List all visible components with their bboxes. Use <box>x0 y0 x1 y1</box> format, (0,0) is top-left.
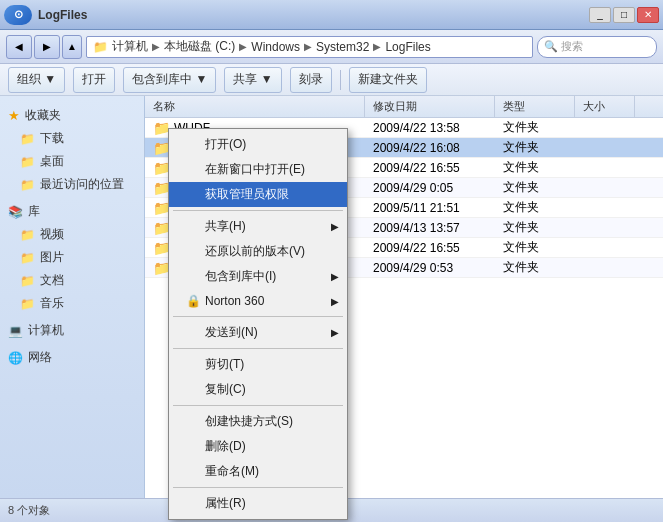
address-path[interactable]: 📁 计算机 ▶ 本地磁盘 (C:) ▶ Windows ▶ System32 ▶… <box>86 36 533 58</box>
menu-icon-7 <box>185 325 201 341</box>
search-box[interactable]: 🔍 搜索 <box>537 36 657 58</box>
sidebar-item-docs[interactable]: 📁 文档 <box>0 269 144 292</box>
sidebar-network-label: 网络 <box>28 349 52 366</box>
favorites-label: 收藏夹 <box>25 107 61 124</box>
sep3: ▶ <box>304 41 312 52</box>
context-menu-item-11[interactable]: 删除(D) <box>169 434 347 459</box>
library-icon: 📚 <box>8 205 23 219</box>
menu-item-label: Norton 360 <box>205 294 264 308</box>
path-computer: 计算机 <box>112 38 148 55</box>
file-cell-type: 文件夹 <box>495 259 575 276</box>
sidebar-item-desktop[interactable]: 📁 桌面 <box>0 150 144 173</box>
col-header-type[interactable]: 类型 <box>495 96 575 117</box>
file-cell-date: 2009/5/11 21:51 <box>365 201 495 215</box>
menu-item-label: 属性(R) <box>205 495 246 512</box>
sidebar-recent-label: 最近访问的位置 <box>40 176 124 193</box>
burn-button[interactable]: 刻录 <box>290 67 332 93</box>
file-cell-date: 2009/4/29 0:05 <box>365 181 495 195</box>
menu-icon-1 <box>185 162 201 178</box>
window-title: LogFiles <box>38 8 583 22</box>
organize-button[interactable]: 组织 ▼ <box>8 67 65 93</box>
menu-item-label: 重命名(M) <box>205 463 259 480</box>
context-menu-item-3[interactable]: 共享(H)▶ <box>169 214 347 239</box>
context-menu-item-10[interactable]: 创建快捷方式(S) <box>169 409 347 434</box>
file-cell-date: 2009/4/22 16:55 <box>365 241 495 255</box>
address-bar: ◀ ▶ ▲ 📁 计算机 ▶ 本地磁盘 (C:) ▶ Windows ▶ Syst… <box>0 30 663 64</box>
sidebar: ★ 收藏夹 📁 下载 📁 桌面 📁 最近访问的位置 📚 库 📁 <box>0 96 145 498</box>
forward-button[interactable]: ▶ <box>34 35 60 59</box>
network-icon: 🌐 <box>8 351 23 365</box>
context-menu-item-8[interactable]: 剪切(T) <box>169 352 347 377</box>
menu-item-label: 复制(C) <box>205 381 246 398</box>
sidebar-item-music[interactable]: 📁 音乐 <box>0 292 144 315</box>
nav-buttons: ◀ ▶ ▲ <box>6 35 82 59</box>
context-menu-item-7[interactable]: 发送到(N)▶ <box>169 320 347 345</box>
maximize-button[interactable]: □ <box>613 7 635 23</box>
path-windows: Windows <box>251 40 300 54</box>
menu-item-label: 创建快捷方式(S) <box>205 413 293 430</box>
context-menu-item-2[interactable]: 获取管理员权限 <box>169 182 347 207</box>
sidebar-item-video[interactable]: 📁 视频 <box>0 223 144 246</box>
file-list-header: 名称 修改日期 类型 大小 <box>145 96 663 118</box>
toolbar-separator <box>340 70 341 90</box>
sidebar-docs-label: 文档 <box>40 272 64 289</box>
menu-icon-9 <box>185 382 201 398</box>
menu-icon-11 <box>185 439 201 455</box>
submenu-arrow: ▶ <box>331 271 339 282</box>
col-header-name[interactable]: 名称 <box>145 96 365 117</box>
col-header-size[interactable]: 大小 <box>575 96 635 117</box>
menu-icon-3 <box>185 219 201 235</box>
file-cell-type: 文件夹 <box>495 199 575 216</box>
path-icon: 📁 <box>93 40 108 54</box>
back-button[interactable]: ◀ <box>6 35 32 59</box>
context-menu-item-6[interactable]: 🔒Norton 360▶ <box>169 289 347 313</box>
libraries-label: 库 <box>28 203 40 220</box>
include-library-button[interactable]: 包含到库中 ▼ <box>123 67 216 93</box>
context-menu-item-13[interactable]: 属性(R) <box>169 491 347 516</box>
submenu-arrow: ▶ <box>331 327 339 338</box>
folder-icon-docs: 📁 <box>20 274 35 288</box>
menu-separator <box>173 487 343 488</box>
close-button[interactable]: ✕ <box>637 7 659 23</box>
share-button[interactable]: 共享 ▼ <box>224 67 281 93</box>
menu-item-label: 获取管理员权限 <box>205 186 289 203</box>
up-button[interactable]: ▲ <box>62 35 82 59</box>
window-controls: _ □ ✕ <box>589 7 659 23</box>
menu-item-label: 剪切(T) <box>205 356 244 373</box>
context-menu-item-5[interactable]: 包含到库中(I)▶ <box>169 264 347 289</box>
context-menu-item-12[interactable]: 重命名(M) <box>169 459 347 484</box>
file-cell-date: 2009/4/22 13:58 <box>365 121 495 135</box>
sidebar-favorites-header: ★ 收藏夹 <box>0 104 144 127</box>
menu-item-label: 打开(O) <box>205 136 246 153</box>
file-cell-type: 文件夹 <box>495 219 575 236</box>
context-menu-item-1[interactable]: 在新窗口中打开(E) <box>169 157 347 182</box>
sidebar-desktop-label: 桌面 <box>40 153 64 170</box>
sidebar-libraries-header: 📚 库 <box>0 200 144 223</box>
menu-item-label: 在新窗口中打开(E) <box>205 161 305 178</box>
sidebar-item-network[interactable]: 🌐 网络 <box>0 346 144 369</box>
col-header-date[interactable]: 修改日期 <box>365 96 495 117</box>
file-cell-type: 文件夹 <box>495 159 575 176</box>
menu-icon-2 <box>185 187 201 203</box>
context-menu-item-9[interactable]: 复制(C) <box>169 377 347 402</box>
open-button[interactable]: 打开 <box>73 67 115 93</box>
context-menu: 打开(O)在新窗口中打开(E)获取管理员权限共享(H)▶还原以前的版本(V)包含… <box>168 128 348 520</box>
submenu-arrow: ▶ <box>331 221 339 232</box>
sidebar-item-computer[interactable]: 💻 计算机 <box>0 319 144 342</box>
sidebar-item-download[interactable]: 📁 下载 <box>0 127 144 150</box>
submenu-arrow: ▶ <box>331 296 339 307</box>
menu-icon-13 <box>185 496 201 512</box>
title-bar: ⊙ LogFiles _ □ ✕ <box>0 0 663 30</box>
new-folder-button[interactable]: 新建文件夹 <box>349 67 427 93</box>
menu-item-label: 删除(D) <box>205 438 246 455</box>
sidebar-item-pictures[interactable]: 📁 图片 <box>0 246 144 269</box>
context-menu-item-4[interactable]: 还原以前的版本(V) <box>169 239 347 264</box>
file-cell-date: 2009/4/29 0:53 <box>365 261 495 275</box>
sidebar-item-recent[interactable]: 📁 最近访问的位置 <box>0 173 144 196</box>
context-menu-item-0[interactable]: 打开(O) <box>169 132 347 157</box>
menu-separator <box>173 348 343 349</box>
menu-separator <box>173 316 343 317</box>
file-cell-date: 2009/4/22 16:55 <box>365 161 495 175</box>
minimize-button[interactable]: _ <box>589 7 611 23</box>
search-placeholder: 搜索 <box>561 39 583 54</box>
